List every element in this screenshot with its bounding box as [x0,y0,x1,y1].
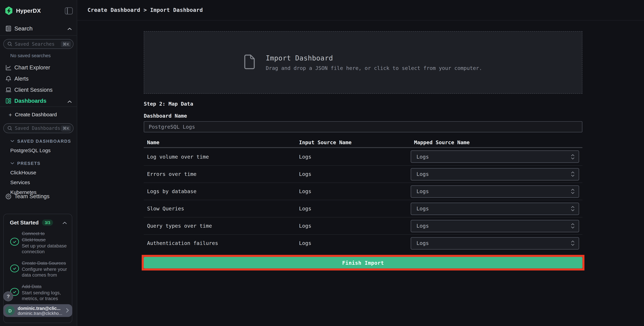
table-row: Log volume over time Logs Logs [144,148,582,165]
select-chevrons-icon [571,206,575,211]
search-icon [8,42,12,46]
get-started-item-connect[interactable]: Connect to ClickHouse Set up your databa… [4,228,72,257]
table-row: Authentication failures Logs Logs [144,234,582,251]
top-bar: Create Dashboard > Import Dashboard [77,0,644,21]
get-started-item-add-data[interactable]: Add Data Start sending logs, metrics, or… [4,281,72,304]
saved-dashboards-searchbox[interactable]: ⌘K [3,123,74,133]
laptop-icon [5,87,12,93]
get-started-item-sources[interactable]: Create Data Sources Configure where your… [4,257,72,281]
team-settings-label: Team Settings [14,193,72,199]
selected-value: Logs [416,188,571,194]
sidebar-item-team-settings[interactable]: Team Settings [0,191,77,202]
sidebar-item-label: Client Sessions [14,87,72,93]
cmd-k-shortcut: ⌘K [61,125,71,131]
chevron-down-icon [10,140,14,142]
chevron-down-icon [10,162,14,165]
sidebar-collapse-icon[interactable] [65,7,73,14]
get-started-item-desc: Configure where your data comes from [22,266,68,278]
mapped-source-select[interactable]: Logs [411,168,579,180]
row-input-source: Logs [296,154,411,160]
row-input-source: Logs [296,223,411,229]
gear-icon [5,193,12,199]
divider [0,107,77,107]
mapping-table: Name Input Source Name Mapped Source Nam… [144,138,582,252]
dashboard-name-label: Dashboard Name [144,113,582,119]
chart-explorer-icon [5,65,12,71]
mapped-source-select[interactable]: Logs [411,237,579,249]
selected-value: Logs [416,240,571,246]
select-chevrons-icon [571,171,575,177]
sidebar-item-chart-explorer[interactable]: Chart Explorer [0,62,77,73]
mapped-source-select[interactable]: Logs [411,150,579,163]
chevron-up-icon [67,97,72,105]
create-dashboard-button[interactable]: + Create Dashboard [0,109,77,120]
dropzone-subtitle: Drag and drop a JSON file here, or click… [266,65,482,71]
table-row: Query types over time Logs Logs [144,217,582,234]
step-title: Step 2: Map Data [144,101,582,107]
selected-value: Logs [416,154,571,160]
row-name: Slow Queries [144,205,296,212]
hyperdx-app: HyperDX Search ⌘K No saved searches [0,0,644,326]
sidebar-item-alerts[interactable]: Alerts [0,73,77,84]
user-email: dominic.tran@clickho... [18,310,66,315]
brand-title: HyperDX [16,8,65,14]
hyperdx-logo-icon [5,7,13,15]
user-name: dominic.tran@clic... [18,306,66,310]
get-started-item-title: Create Data Sources [22,260,68,266]
column-header-input-source: Input Source Name [296,139,411,145]
table-row: Errors over time Logs Logs [144,165,582,182]
avatar: D [6,306,15,315]
mapped-source-select[interactable]: Logs [411,202,579,215]
logo-row: HyperDX [0,0,77,21]
check-circle-icon [10,238,20,247]
get-started-header[interactable]: Get Started 3/3 [4,214,72,228]
dropzone-title: Import Dashboard [266,54,482,62]
sidebar-search-label: Search [14,25,67,32]
chevron-up-icon [62,219,67,226]
highlight-annotation: Finish Import [142,255,584,270]
select-chevrons-icon [571,189,575,194]
no-saved-searches-text: No saved searches [0,49,77,61]
sidebar-item-postgresql-logs[interactable]: PostgreSQL Logs [0,146,77,155]
file-icon [244,54,255,71]
journal-icon [5,25,12,31]
get-started-title: Get Started [10,219,38,225]
get-started-item-title: Connect to ClickHouse [22,230,68,243]
table-row: Slow Queries Logs Logs [144,200,582,217]
row-name: Authentication failures [144,240,296,246]
column-header-name: Name [144,139,296,145]
row-name: Errors over time [144,171,296,177]
bell-icon [5,76,12,82]
plus-icon: + [8,111,12,118]
create-dashboard-label: Create Dashboard [15,112,57,118]
breadcrumb: Create Dashboard > Import Dashboard [88,7,203,13]
sidebar-item-services[interactable]: Services [0,178,77,187]
mapped-source-select[interactable]: Logs [411,220,579,232]
saved-dashboards-section-header[interactable]: SAVED DASHBOARDS [0,136,77,145]
saved-searches-input[interactable] [15,41,61,47]
help-button[interactable]: ? [3,291,13,301]
column-header-mapped-source: Mapped Source Name [411,139,582,145]
sidebar-item-clickhouse[interactable]: ClickHouse [0,168,77,178]
sidebar-item-dashboards[interactable]: Dashboards [0,95,77,107]
sidebar-item-client-sessions[interactable]: Client Sessions [0,84,77,96]
mapped-source-select[interactable]: Logs [411,185,579,198]
row-name: Query types over time [144,223,296,229]
presets-section-header[interactable]: PRESETS [0,159,77,168]
cmd-k-shortcut: ⌘K [61,41,71,47]
sidebar-section-search[interactable]: Search [0,21,77,35]
select-chevrons-icon [571,240,575,246]
row-name: Logs by database [144,188,296,194]
row-input-source: Logs [296,205,411,212]
finish-import-button[interactable]: Finish Import [144,257,582,268]
selected-value: Logs [416,205,571,212]
get-started-item-desc: Start sending logs, metrics, or traces [22,290,68,301]
sidebar-item-label: Chart Explorer [14,65,72,71]
select-chevrons-icon [571,223,575,229]
saved-searches-searchbox[interactable]: ⌘K [3,39,74,49]
user-account-chip[interactable]: D dominic.tran@clic... dominic.tran@clic… [3,304,72,317]
saved-dashboards-input[interactable] [15,125,61,131]
dashboard-name-input[interactable] [144,121,582,132]
import-dropzone[interactable]: Import Dashboard Drag and drop a JSON fi… [144,31,582,94]
row-input-source: Logs [296,188,411,194]
